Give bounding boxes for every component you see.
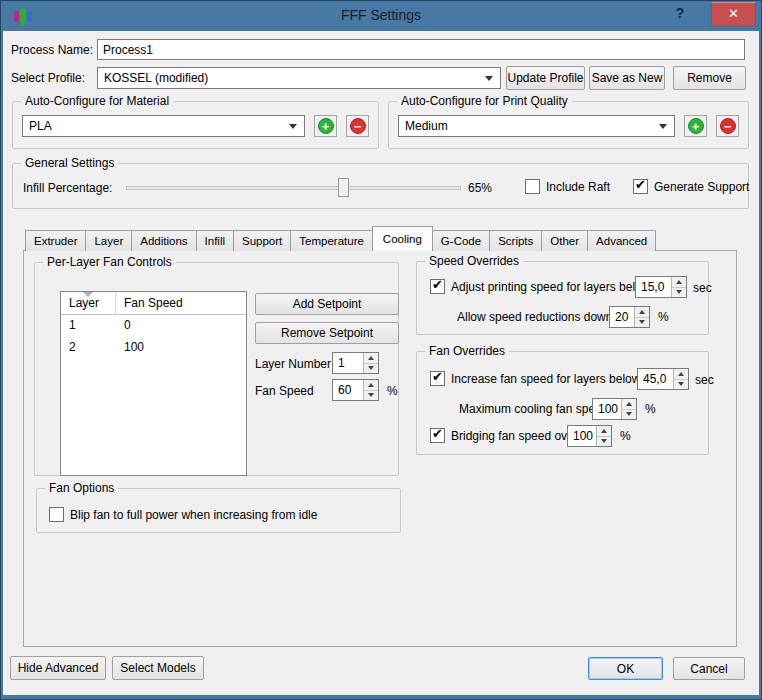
remove-setpoint-button[interactable]: Remove Setpoint	[255, 322, 399, 344]
titlebar[interactable]: FFF Settings ? ✕	[1, 1, 761, 31]
tab-support[interactable]: Support	[233, 230, 291, 251]
infill-percentage-label: Infill Percentage:	[23, 181, 112, 195]
fan-table-header: LayerFan Speed	[61, 292, 246, 315]
blip-fan-checkbox[interactable]	[49, 507, 64, 522]
spin-down-button[interactable]	[674, 380, 688, 390]
max-cooling-spinbox[interactable]: 100	[592, 398, 637, 420]
auto-configure-material-group: Auto-Configure for Material PLA + −	[12, 101, 379, 149]
close-button[interactable]: ✕	[711, 2, 756, 26]
table-cell: 0	[116, 315, 131, 337]
spin-up-button[interactable]	[635, 307, 649, 318]
save-as-new-button[interactable]: Save as New	[589, 66, 665, 90]
infill-slider[interactable]	[126, 178, 461, 198]
max-cooling-unit: %	[645, 402, 656, 416]
remove-material-button[interactable]: −	[346, 115, 369, 137]
allow-reduction-value[interactable]: 20	[610, 307, 634, 327]
tab-extruder[interactable]: Extruder	[25, 230, 86, 251]
max-cooling-label: Maximum cooling fan speed	[459, 402, 608, 416]
profile-dropdown[interactable]: KOSSEL (modified)	[97, 67, 501, 89]
increase-fan-spinbox[interactable]: 45,0	[637, 368, 689, 390]
ok-button[interactable]: OK	[588, 657, 663, 680]
table-cell: 100	[116, 337, 144, 359]
spin-down-button[interactable]	[622, 410, 636, 420]
tab-layer[interactable]: Layer	[85, 230, 132, 251]
sort-descending-icon	[83, 292, 93, 297]
spin-up-button[interactable]	[674, 369, 688, 380]
tab-advanced[interactable]: Advanced	[587, 230, 656, 251]
generate-support-label: Generate Support	[654, 180, 749, 194]
window-title: FFF Settings	[1, 7, 761, 23]
select-models-button[interactable]: Select Models	[112, 656, 204, 680]
infill-percentage-value: 65%	[468, 181, 492, 195]
add-quality-button[interactable]: +	[684, 115, 707, 137]
cancel-button[interactable]: Cancel	[673, 657, 745, 680]
dialog-content: Process Name: Process1 Select Profile: K…	[3, 31, 759, 695]
spin-down-button[interactable]	[364, 364, 378, 374]
remove-profile-button[interactable]: Remove	[673, 66, 746, 90]
generate-support-row: Generate Support	[633, 179, 749, 194]
fan-setpoint-table[interactable]: LayerFan Speed 102100	[60, 291, 247, 476]
material-dropdown[interactable]: PLA	[22, 115, 305, 137]
layer-number-spinbox[interactable]: 1	[332, 352, 379, 374]
per-layer-title: Per-Layer Fan Controls	[43, 255, 176, 269]
spin-down-button[interactable]	[672, 288, 686, 298]
spin-up-button[interactable]	[597, 426, 611, 437]
fff-settings-dialog: FFF Settings ? ✕ Process Name: Process1 …	[0, 0, 762, 700]
table-row[interactable]: 10	[61, 315, 246, 337]
fan-table-body: 102100	[61, 315, 246, 359]
help-button[interactable]: ?	[671, 5, 689, 25]
table-cell: 2	[61, 337, 116, 359]
add-setpoint-button[interactable]: Add Setpoint	[255, 293, 399, 315]
adjust-speed-checkbox[interactable]	[430, 279, 445, 294]
bridging-fan-value[interactable]: 100	[568, 426, 596, 446]
add-material-button[interactable]: +	[314, 115, 337, 137]
spin-up-button[interactable]	[622, 399, 636, 410]
spin-down-button[interactable]	[597, 437, 611, 447]
minus-icon: −	[350, 118, 366, 134]
process-name-input[interactable]: Process1	[97, 39, 745, 60]
plus-icon: +	[318, 118, 334, 134]
table-row[interactable]: 2100	[61, 337, 246, 359]
infill-slider-handle[interactable]	[338, 178, 349, 197]
increase-fan-checkbox[interactable]	[430, 371, 445, 386]
tab-additions[interactable]: Additions	[131, 230, 196, 251]
allow-reduction-unit: %	[658, 310, 669, 324]
layer-number-value[interactable]: 1	[333, 353, 363, 373]
spin-down-button[interactable]	[364, 391, 378, 401]
adjust-speed-spinbox[interactable]: 15,0	[635, 276, 687, 298]
spin-up-button[interactable]	[364, 380, 378, 391]
remove-quality-button[interactable]: −	[716, 115, 739, 137]
speed-overrides-group: Speed Overrides Adjust printing speed fo…	[416, 261, 709, 335]
tab-scripts[interactable]: Scripts	[489, 230, 542, 251]
tab-infill[interactable]: Infill	[196, 230, 234, 251]
fan-speed-spinbox[interactable]: 60	[332, 379, 379, 401]
bridging-fan-spinbox[interactable]: 100	[567, 425, 612, 447]
include-raft-checkbox[interactable]	[525, 179, 540, 194]
slider-groove	[126, 186, 461, 190]
include-raft-row: Include Raft	[525, 179, 610, 194]
bridging-fan-checkbox[interactable]	[430, 428, 445, 443]
spin-up-button[interactable]	[672, 277, 686, 288]
spin-up-button[interactable]	[364, 353, 378, 364]
tab-bar: ExtruderLayerAdditionsInfillSupportTempe…	[25, 226, 655, 251]
tab-g-code[interactable]: G-Code	[432, 230, 490, 251]
quality-dropdown[interactable]: Medium	[398, 115, 675, 137]
hide-advanced-button[interactable]: Hide Advanced	[10, 656, 106, 680]
general-settings-title: General Settings	[21, 156, 118, 170]
generate-support-checkbox[interactable]	[633, 179, 648, 194]
max-cooling-value[interactable]: 100	[593, 399, 621, 419]
adjust-speed-value[interactable]: 15,0	[636, 277, 671, 297]
increase-fan-value[interactable]: 45,0	[638, 369, 673, 389]
adjust-speed-label: Adjust printing speed for layers below	[451, 280, 650, 294]
tab-temperature[interactable]: Temperature	[290, 230, 373, 251]
cooling-tab-panel: Per-Layer Fan Controls LayerFan Speed 10…	[23, 250, 737, 647]
spin-down-button[interactable]	[635, 318, 649, 328]
tab-other[interactable]: Other	[541, 230, 588, 251]
increase-fan-unit: sec	[695, 373, 714, 387]
update-profile-button[interactable]: Update Profile	[506, 66, 585, 90]
tab-cooling[interactable]: Cooling	[372, 226, 433, 251]
column-header-fan-speed[interactable]: Fan Speed	[116, 292, 246, 314]
allow-reduction-label: Allow speed reductions down to	[457, 310, 626, 324]
allow-reduction-spinbox[interactable]: 20	[609, 306, 650, 328]
fan-speed-value[interactable]: 60	[333, 380, 363, 400]
